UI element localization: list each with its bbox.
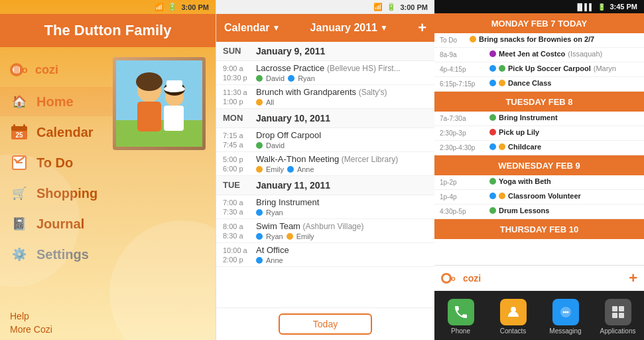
taskbar-messaging-label: Messaging bbox=[549, 327, 581, 335]
widget-add-button[interactable]: + bbox=[629, 270, 637, 287]
event-people: David bbox=[256, 141, 428, 149]
widget-event-yoga[interactable]: 1p-2p Yoga with Beth bbox=[434, 175, 644, 190]
svg-point-14 bbox=[136, 72, 162, 91]
calendar-dropdown-icon[interactable]: ▼ bbox=[272, 23, 280, 33]
widget-event-todo[interactable]: To Do Bring snacks for Brownies on 2/7 bbox=[434, 33, 644, 48]
person-dot bbox=[256, 233, 263, 240]
taskbar-applications-label: Applications bbox=[600, 327, 636, 335]
svg-rect-9 bbox=[16, 162, 23, 163]
event-time: 11:30 a 1:00 p bbox=[223, 87, 256, 106]
home-label: Home bbox=[36, 94, 74, 110]
calendar-header-title[interactable]: Calendar bbox=[224, 22, 269, 34]
settings-icon: ⚙️ bbox=[10, 245, 29, 264]
panel1-bottom: Help More Cozi bbox=[0, 305, 216, 340]
person-dot bbox=[256, 209, 263, 216]
event-title: Drop Off Carpool bbox=[256, 130, 428, 140]
day-abbr: TUE bbox=[223, 180, 256, 191]
widget-day-header-mon: MONDAY FEB 7 TODAY bbox=[434, 13, 644, 33]
today-button[interactable]: Today bbox=[279, 313, 372, 335]
event-instrument[interactable]: 7:00 a 7:30 a Bring Instrument Ryan bbox=[216, 195, 434, 219]
widget-event-instrument[interactable]: 7a-7:30a Bring Instrument bbox=[434, 112, 644, 126]
photo-placeholder bbox=[113, 57, 206, 150]
widget-cozi-logo: io cozi bbox=[441, 271, 481, 286]
more-cozi-link[interactable]: More Cozi bbox=[10, 324, 206, 335]
logo-row: io cozi bbox=[0, 54, 113, 86]
month-dropdown-icon[interactable]: ▼ bbox=[380, 23, 388, 33]
event-title: Lacrosse Practice (Bellevue HS) First... bbox=[256, 63, 428, 73]
event-walkathon[interactable]: 5:00 p 6:00 p Walk-A-Thon Meeting (Merce… bbox=[216, 152, 434, 176]
menu-item-journal[interactable]: 📓 Journal bbox=[0, 209, 113, 238]
event-people: All bbox=[256, 98, 428, 106]
widget-day-header-wed: WEDNESDAY FEB 9 bbox=[434, 155, 644, 175]
calendar-scroll: SUN January 9, 2011 9:00 a 10:30 p Lacro… bbox=[216, 42, 434, 307]
event-lacrosse[interactable]: 9:00 a 10:30 p Lacrosse Practice (Bellev… bbox=[216, 61, 434, 85]
event-content: Drum Lessons bbox=[489, 207, 639, 214]
event-dot bbox=[499, 65, 505, 72]
svg-rect-8 bbox=[13, 156, 26, 169]
day-header-sun: SUN January 9, 2011 bbox=[216, 42, 434, 61]
add-event-button[interactable]: + bbox=[418, 19, 426, 37]
battery-icon: 🔋 bbox=[168, 3, 177, 11]
menu-item-shopping[interactable]: 🛒 Shopping bbox=[0, 179, 113, 208]
event-detail: Bring Instrument Ryan bbox=[256, 197, 428, 216]
home-panel: 📶 🔋 3:00 PM The Dutton Family io cozi bbox=[0, 0, 216, 340]
status-bar-2: 📶 🔋 3:00 PM bbox=[216, 0, 434, 14]
svg-rect-31 bbox=[619, 313, 624, 318]
month-label[interactable]: January 2011 bbox=[310, 22, 377, 34]
widget-event-drum[interactable]: 4:30p-5p Drum Lessons bbox=[434, 205, 644, 219]
event-people: Ryan Emily bbox=[256, 232, 428, 240]
widget-day-header-tue: TUESDAY FEB 8 bbox=[434, 92, 644, 112]
todo-label: To Do bbox=[36, 155, 73, 171]
event-detail: Brunch with Grandparents (Salty's) All bbox=[256, 87, 428, 106]
battery-icon-3: 🔋 bbox=[598, 3, 606, 11]
event-content: Pick Up Soccer Carpool (Maryn bbox=[489, 64, 639, 72]
event-brunch[interactable]: 11:30 a 1:00 p Brunch with Grandparents … bbox=[216, 85, 434, 109]
menu-item-calendar[interactable]: 25 Calendar bbox=[0, 118, 113, 147]
event-title: At Office bbox=[256, 245, 428, 255]
widget-event-volunteer[interactable]: 1p-4p Classroom Volunteer bbox=[434, 190, 644, 205]
widget-panel: ▐▌▌▌ 🔋 3:45 PM MONDAY FEB 7 TODAY To Do … bbox=[434, 0, 644, 340]
event-carpool[interactable]: 7:15 a 7:45 a Drop Off Carpool David bbox=[216, 128, 434, 152]
taskbar-applications[interactable]: Applications bbox=[592, 296, 644, 337]
menu-item-home[interactable]: 🏠 Home bbox=[0, 87, 113, 116]
event-dot bbox=[489, 129, 496, 135]
todo-icon bbox=[10, 153, 29, 172]
settings-label: Settings bbox=[36, 247, 89, 262]
event-swim[interactable]: 8:00 a 8:30 a Swim Team (Ashburn Village… bbox=[216, 219, 434, 243]
help-link[interactable]: Help bbox=[10, 311, 206, 321]
svg-rect-28 bbox=[612, 306, 617, 311]
event-office[interactable]: 10:00 a 2:00 p At Office Anne bbox=[216, 243, 434, 267]
menu-item-settings[interactable]: ⚙️ Settings bbox=[0, 240, 113, 269]
person-dot bbox=[256, 166, 263, 173]
android-taskbar: Phone Contacts Messaging Appli bbox=[434, 291, 644, 340]
day-full: January 11, 2011 bbox=[256, 180, 428, 191]
day-abbr: SUN bbox=[223, 46, 256, 56]
svg-rect-19 bbox=[166, 80, 182, 90]
event-people: David Ryan bbox=[256, 74, 428, 82]
taskbar-messaging[interactable]: Messaging bbox=[539, 296, 592, 337]
event-title: Swim Team (Ashburn Village) bbox=[256, 221, 428, 231]
event-dot bbox=[489, 193, 496, 199]
event-content: Yoga with Beth bbox=[489, 177, 639, 185]
day-full: January 10, 2011 bbox=[256, 113, 428, 124]
day-abbr: MON bbox=[223, 113, 256, 124]
event-time: 10:00 a 2:00 p bbox=[223, 245, 256, 264]
taskbar-contacts[interactable]: Contacts bbox=[487, 296, 539, 337]
event-content: Bring Instrument bbox=[489, 114, 639, 122]
person-dot bbox=[287, 166, 294, 173]
day-header-tue: TUE January 11, 2011 bbox=[216, 176, 434, 195]
widget-event-soccer[interactable]: 4p-4:15p Pick Up Soccer Carpool (Maryn bbox=[434, 62, 644, 77]
taskbar-phone[interactable]: Phone bbox=[434, 296, 487, 337]
widget-event-childcare[interactable]: 2:30p-4:30p Childcare bbox=[434, 141, 644, 155]
home-icon: 🏠 bbox=[10, 92, 29, 111]
messaging-icon bbox=[552, 299, 579, 325]
event-time: 9:00 a 10:30 p bbox=[223, 63, 256, 82]
family-photo-svg bbox=[116, 60, 202, 147]
widget-event-dance[interactable]: 6:15p-7:15p Dance Class bbox=[434, 77, 644, 92]
widget-event-lily[interactable]: 2:30p-3p Pick up Lily bbox=[434, 126, 644, 141]
svg-rect-29 bbox=[619, 306, 624, 311]
event-content: Pick up Lily bbox=[489, 128, 639, 136]
widget-event-costco[interactable]: 8a-9a Meet Jen at Costco (Issaquah) bbox=[434, 48, 644, 62]
menu-item-todo[interactable]: To Do bbox=[0, 148, 113, 177]
calendar-label: Calendar bbox=[36, 125, 94, 140]
